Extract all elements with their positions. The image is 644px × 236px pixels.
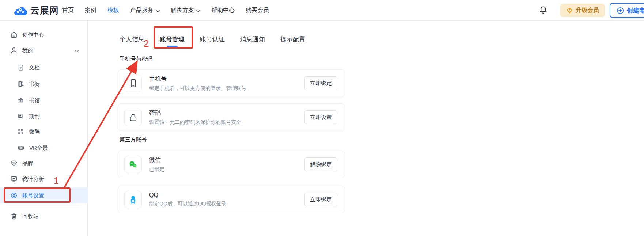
card-qq: QQ 绑定QQ后，可以通过QQ授权登录 立即绑定 <box>118 186 345 213</box>
stats-icon <box>10 175 18 183</box>
tab-prompt-config[interactable]: 提示配置 <box>280 35 305 43</box>
home-icon <box>10 31 18 38</box>
sidebar-item-account-settings[interactable]: 账号设置 <box>0 187 88 203</box>
card-phone: 手机号 绑定手机后，可以更方便的登录、管理账号 立即绑定 <box>118 69 345 97</box>
section-title-phone-password: 手机号与密码 <box>120 56 152 62</box>
create-ebook-button[interactable]: 创建电 <box>610 3 644 18</box>
sidebar-item-microcode[interactable]: 微码 <box>0 123 88 140</box>
unbind-button[interactable]: 解除绑定 <box>304 157 337 171</box>
card-title: QQ <box>149 192 297 198</box>
notification-bell-icon[interactable] <box>539 5 548 17</box>
vr-icon <box>18 145 24 151</box>
card-title: 微信 <box>149 156 297 164</box>
bookshelf-icon <box>18 81 24 87</box>
account-settings-page: 云展网 首页 案例 模板 产品服务 解决方案 帮助中心 购买会员 <box>0 0 644 236</box>
account-tabs: 个人信息 账号管理 账号认证 消息通知 提示配置 <box>120 35 305 43</box>
chevron-down-icon <box>196 7 200 14</box>
lock-icon <box>124 109 142 126</box>
sidebar-item-bookshelf[interactable]: 书橱 <box>0 76 88 92</box>
upgrade-membership-button[interactable]: 升级会员 <box>560 4 605 17</box>
main-nav: 首页 案例 模板 产品服务 解决方案 帮助中心 购买会员 <box>62 0 269 21</box>
document-icon <box>18 64 24 71</box>
sidebar-item-brand[interactable]: 品牌 <box>0 155 88 171</box>
sidebar-item-label: 账号设置 <box>22 192 44 199</box>
chevron-down-icon <box>156 7 160 14</box>
card-desc: 已绑定 <box>149 166 297 173</box>
sidebar-item-mine[interactable]: 我的 <box>0 42 88 58</box>
set-now-button[interactable]: 立即设置 <box>304 110 337 124</box>
create-button-label: 创建电 <box>627 6 644 15</box>
card-desc: 绑定QQ后，可以通过QQ授权登录 <box>149 201 297 207</box>
brand-logo[interactable]: 云展网 <box>13 0 59 21</box>
journal-icon <box>18 113 24 119</box>
card-title: 密码 <box>149 109 297 117</box>
sidebar-divider <box>7 206 81 206</box>
nav-item-solutions[interactable]: 解决方案 <box>171 7 200 14</box>
chevron-down-icon[interactable] <box>75 47 79 54</box>
tab-message-notification[interactable]: 消息通知 <box>240 35 265 43</box>
sidebar-item-label: 书馆 <box>29 97 40 104</box>
sidebar-item-label: 创作中心 <box>22 31 44 38</box>
sidebar: 创作中心 我的 文档 书橱 <box>0 21 88 236</box>
tab-personal-info[interactable]: 个人信息 <box>120 35 144 43</box>
sidebar-item-label: 回收站 <box>22 213 39 220</box>
sidebar-item-label: 期刊 <box>29 113 40 120</box>
section-title-third-party: 第三方账号 <box>120 136 147 143</box>
top-navbar: 云展网 首页 案例 模板 产品服务 解决方案 帮助中心 购买会员 <box>0 0 644 21</box>
sidebar-item-label: 文档 <box>29 64 40 71</box>
library-icon <box>18 97 24 104</box>
nav-item-buy-membership[interactable]: 购买会员 <box>246 7 269 14</box>
phone-icon <box>124 75 142 92</box>
sidebar-item-label: 微码 <box>29 128 40 135</box>
card-password: 密码 设置独一无二的密码来保护你的账号安全 立即设置 <box>118 103 345 131</box>
sidebar-item-label: 品牌 <box>22 160 33 167</box>
nav-item-products[interactable]: 产品服务 <box>130 7 160 14</box>
tab-account-management[interactable]: 账号管理 <box>160 35 185 43</box>
sidebar-item-recycle-bin[interactable]: 回收站 <box>0 208 88 224</box>
nav-item-templates[interactable]: 模板 <box>107 7 119 14</box>
settings-icon <box>10 192 18 199</box>
sidebar-item-label: 我的 <box>22 47 33 54</box>
qrcode-icon <box>18 128 24 135</box>
bind-now-button[interactable]: 立即绑定 <box>304 76 337 90</box>
brand-icon <box>10 160 18 167</box>
card-wechat: 微信 已绑定 解除绑定 <box>118 151 345 178</box>
card-desc: 设置独一无二的密码来保护你的账号安全 <box>149 119 297 126</box>
bind-now-button[interactable]: 立即绑定 <box>304 193 337 206</box>
plus-circle-icon <box>617 7 624 14</box>
wechat-icon <box>124 156 142 173</box>
nav-item-home[interactable]: 首页 <box>62 7 74 14</box>
nav-item-help-center[interactable]: 帮助中心 <box>211 7 235 14</box>
upgrade-button-label: 升级会员 <box>576 7 599 14</box>
sidebar-item-statistics[interactable]: 统计分析 <box>0 171 88 187</box>
sidebar-item-journal[interactable]: 期刊 <box>0 108 88 124</box>
cloud-logo-icon <box>13 5 28 16</box>
sidebar-item-creation-center[interactable]: 创作中心 <box>0 27 88 43</box>
sidebar-item-label: VR全景 <box>29 145 48 152</box>
sidebar-item-label: 书橱 <box>29 81 40 88</box>
nav-item-cases[interactable]: 案例 <box>85 7 96 14</box>
trash-icon <box>10 213 18 220</box>
sidebar-item-documents[interactable]: 文档 <box>0 60 88 76</box>
tab-account-verification[interactable]: 账号认证 <box>200 35 225 43</box>
user-icon <box>10 47 18 54</box>
card-title: 手机号 <box>149 75 297 83</box>
card-desc: 绑定手机后，可以更方便的登录、管理账号 <box>149 85 297 92</box>
sidebar-item-vr-panorama[interactable]: VR全景 <box>0 140 88 156</box>
qq-icon <box>124 191 142 208</box>
sidebar-item-library[interactable]: 书馆 <box>0 92 88 109</box>
brand-name: 云展网 <box>30 4 59 16</box>
sidebar-item-label: 统计分析 <box>22 176 44 183</box>
vip-diamond-icon <box>566 7 573 14</box>
